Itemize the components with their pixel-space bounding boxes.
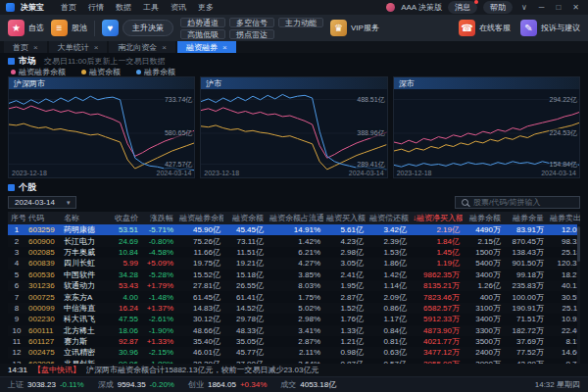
ticker-time: 14:31 xyxy=(8,366,27,374)
cell-code: 002085 xyxy=(25,248,61,257)
cell-repay: 1.42亿 xyxy=(367,270,410,280)
cell-balance: 30.12亿 xyxy=(176,314,223,324)
toolbar: ★ 自选 ≡ 股池 ♥ 主升决策 趋势通道多空信号主力动能 高抛低吸拐点雷达 ♛… xyxy=(0,15,588,41)
table-row[interactable]: 2600900长江电力24.69-0.80%75.26亿73.11亿1.42%4… xyxy=(8,235,580,246)
favorites-label: 自选 xyxy=(28,23,44,33)
tab-0[interactable]: 首页× xyxy=(4,41,47,53)
column-header-3[interactable]: 收盘价 xyxy=(110,213,141,223)
cell-price: 53.43 xyxy=(110,281,141,290)
vip-crown-icon: ♛ xyxy=(330,20,347,36)
table-row[interactable]: 3002085万丰奥威10.84-4.58%11.66亿11.51亿6.21%2… xyxy=(8,247,580,258)
column-header-4[interactable]: 涨跌幅 xyxy=(141,213,176,223)
table-row[interactable]: 12002475立讯精密30.96-2.15%46.01亿45.77亿2.11%… xyxy=(8,347,580,358)
ticker-tag[interactable]: 【盘中快讯】 xyxy=(33,365,80,375)
cell-repay: 0.81亿 xyxy=(367,336,410,347)
chart-plot-area: 733.74亿580.65亿427.57亿2023-12-182024-03-1… xyxy=(9,89,194,177)
cell-code: 603259 xyxy=(25,225,61,234)
table-row[interactable]: 10600111北方稀土18.06-1.90%48.66亿48.33亿3.41%… xyxy=(8,325,580,336)
tab-close-icon[interactable]: × xyxy=(162,43,167,52)
quick-button-r1-2[interactable]: 主力动能 xyxy=(278,18,323,27)
table-row[interactable]: 7000725京东方A4.00-1.48%61.45亿61.41亿1.75%2.… xyxy=(8,291,580,302)
column-header-10[interactable]: ↓融资净买入额 xyxy=(410,213,463,223)
cell-price: 24.69 xyxy=(110,237,141,246)
online-service-button[interactable]: ☎ 在线客服 xyxy=(459,20,511,36)
feedback-button[interactable]: ✎ 投诉与建议 xyxy=(520,20,580,36)
column-header-7[interactable]: 融资余额占流通市值 xyxy=(267,213,323,223)
menu-item-3[interactable]: 工具 xyxy=(138,2,164,13)
table-row[interactable]: 6301236软通动力53.43+1.79%27.81亿26.55亿8.03%1… xyxy=(8,280,580,291)
account-name[interactable]: AAA 决策版 xyxy=(401,2,442,13)
table-row[interactable]: 9002230科大讯飞47.55-2.61%30.12亿29.78亿2.98%1… xyxy=(8,314,580,324)
quick-button-r1-1[interactable]: 多空信号 xyxy=(229,18,274,27)
column-header-12[interactable]: 融券余量 xyxy=(504,213,547,223)
tab-2[interactable]: 南北向资金× xyxy=(109,41,175,53)
column-header-9[interactable]: 融资偿还额 xyxy=(367,213,410,223)
main-rise-button[interactable]: 主升决策 xyxy=(122,20,173,36)
market-section-header: 市场 交易日11:00后更新上一交易日数据 xyxy=(8,56,580,67)
maximize-button[interactable]: □ xyxy=(553,3,564,12)
column-header-1[interactable]: 代码 xyxy=(25,213,61,223)
cell-change: +1.33% xyxy=(141,337,176,346)
table-row[interactable]: 1603259药明康德53.51-5.71%45.90亿45.45亿14.91%… xyxy=(8,224,580,235)
dropdown-arrow-icon[interactable]: ∨ xyxy=(518,3,530,12)
quick-button-r1-0[interactable]: 趋势通道 xyxy=(180,18,225,27)
quick-button-r2-0[interactable]: 高抛低吸 xyxy=(180,29,225,39)
table-row[interactable]: 8000099中信海直16.24+1.37%14.83亿14.52亿5.02%1… xyxy=(8,303,580,314)
menu-item-0[interactable]: 首页 xyxy=(56,2,81,13)
user-avatar[interactable] xyxy=(386,3,395,12)
stock-pool-button[interactable]: ≡ 股池 xyxy=(51,20,87,36)
favorites-button[interactable]: ★ 自选 xyxy=(8,20,44,36)
cell-buy: 2.98亿 xyxy=(323,247,367,258)
column-header-5[interactable]: 融资融券余额 xyxy=(176,213,223,223)
minimize-button[interactable]: ─ xyxy=(536,3,548,12)
close-button[interactable]: ✕ xyxy=(569,3,582,12)
column-header-11[interactable]: 融券余额 xyxy=(463,213,504,223)
menu-item-5[interactable]: 更多 xyxy=(193,2,219,13)
table-row[interactable]: 13603986兆易创新90.96-1.89%28.29亿27.90亿3.64%… xyxy=(8,359,580,364)
column-header-2[interactable]: 名称 xyxy=(61,213,110,223)
messages-button[interactable]: 消息 xyxy=(448,1,477,14)
column-header-0[interactable]: 序号 xyxy=(8,213,25,223)
cell-price: 30.96 xyxy=(110,348,141,357)
cell-sec_sell: 98.32万 xyxy=(547,236,580,247)
cell-price: 16.24 xyxy=(110,304,141,313)
table-row[interactable]: 5600536中国软件34.28-5.28%15.52亿15.18亿3.85%2… xyxy=(8,270,580,280)
cell-sec_balance: 3400万 xyxy=(463,270,504,280)
chart-panel-0: 沪深两市733.74亿580.65亿427.57亿2023-12-182024-… xyxy=(8,76,195,178)
table-row[interactable]: 11601127赛力斯92.87+1.33%35.40亿35.05亿2.87%1… xyxy=(8,336,580,347)
table-row[interactable]: 4600839四川长虹5.99+5.09%19.75亿19.21亿4.27%3.… xyxy=(8,258,580,269)
cell-sec_balance: 3500万 xyxy=(463,336,504,347)
cell-buy: 0.98亿 xyxy=(323,347,367,358)
quick-button-r2-1[interactable]: 拐点雷达 xyxy=(229,29,274,39)
chart-panel-title: 沪深两市 xyxy=(9,77,194,89)
status-segment-2: 创业1864.05+0.34% xyxy=(188,379,267,390)
column-header-13[interactable]: 融券卖出量 xyxy=(547,213,580,223)
segment-delta: +0.34% xyxy=(240,380,267,389)
tab-3[interactable]: 融资融券× xyxy=(177,41,236,53)
cell-repay: 2.39亿 xyxy=(367,236,410,247)
cell-price: 4.00 xyxy=(110,293,141,302)
cell-seq: 2 xyxy=(8,237,25,246)
tab-close-icon[interactable]: × xyxy=(222,43,227,52)
menu-item-4[interactable]: 资讯 xyxy=(166,2,191,13)
cell-name: 长江电力 xyxy=(61,236,110,247)
tab-close-icon[interactable]: × xyxy=(94,43,99,52)
menu-item-2[interactable]: 数据 xyxy=(111,2,136,13)
menu-item-1[interactable]: 行情 xyxy=(83,2,109,13)
vertical-scrollbar[interactable] xyxy=(577,224,580,364)
cell-buy: 2.41亿 xyxy=(323,270,367,280)
scrollbar-thumb[interactable] xyxy=(577,226,580,262)
search-input[interactable] xyxy=(473,198,573,207)
vip-button[interactable]: ♛ VIP服务 xyxy=(330,20,379,36)
tab-close-icon[interactable]: × xyxy=(33,43,38,52)
legend-dot-icon xyxy=(81,70,86,74)
ticker-text[interactable]: 沪深两市融资余额合计15882.13亿元，较前一交易日减少23.03亿元 xyxy=(86,365,318,375)
tab-1[interactable]: 大单统计× xyxy=(49,41,108,53)
cell-fin_balance: 61.41亿 xyxy=(223,292,267,303)
column-header-8[interactable]: 融资买入额 xyxy=(323,213,367,223)
date-select[interactable]: 2024-03-14 ▾ xyxy=(8,196,76,209)
cell-sec_vol: 138.43万 xyxy=(504,247,547,258)
help-button[interactable]: 帮助 xyxy=(483,1,513,14)
column-header-6[interactable]: 融资余额 xyxy=(223,213,267,223)
vip-label: VIP服务 xyxy=(351,23,379,33)
